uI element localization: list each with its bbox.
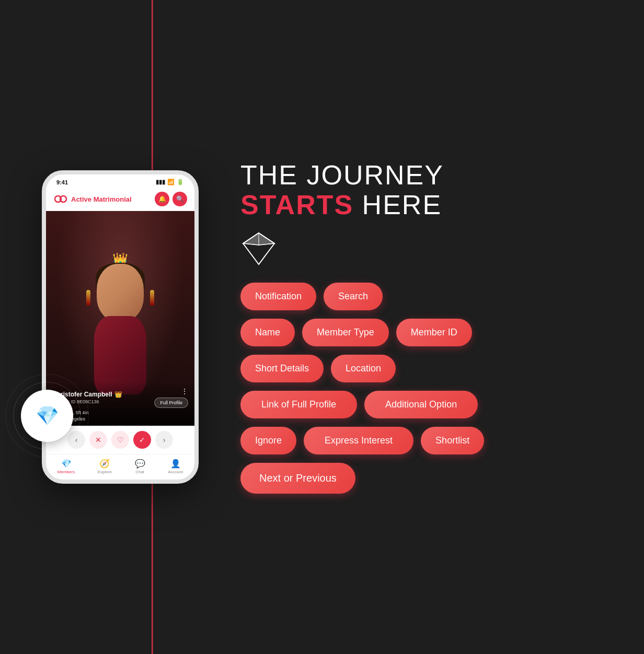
earring-left — [86, 290, 90, 306]
accept-button[interactable]: ✓ — [133, 431, 151, 449]
title-line1: THE JOURNEY — [240, 160, 602, 190]
next-button[interactable]: › — [155, 431, 173, 449]
pill-name[interactable]: Name — [240, 319, 295, 346]
nav-explore[interactable]: 🧭 Explore — [98, 459, 112, 474]
account-nav-label: Account — [168, 470, 183, 474]
person-figure: 👑 — [73, 248, 167, 394]
members-nav-label: Members — [58, 470, 75, 474]
pill-location[interactable]: Location — [331, 355, 396, 382]
chat-nav-label: Chat — [135, 470, 144, 474]
crown-badge: 👑 — [114, 391, 122, 398]
signal-icon: ▮▮▮ — [156, 179, 165, 185]
explore-nav-icon: 🧭 — [99, 459, 110, 469]
floating-circle: 💎 — [21, 390, 73, 442]
head-shape — [97, 264, 144, 321]
main-container: 💎 9:41 ▮▮▮ 📶 🔋 Active Matr — [0, 0, 644, 654]
pill-search[interactable]: Search — [324, 283, 383, 310]
diamond-float-icon: 💎 — [36, 405, 59, 427]
app-name: Active Matrimonial — [71, 195, 132, 203]
bottom-nav: 💎 Members 🧭 Explore 💬 Chat 👤 Account — [46, 454, 194, 480]
header-icons: 🔔 🔍 — [155, 192, 187, 206]
nav-chat[interactable]: 💬 Chat — [135, 459, 145, 474]
title-here: HERE — [353, 190, 442, 220]
title-line2: STARTS HERE — [240, 190, 602, 220]
time-display: 9:41 — [56, 179, 68, 185]
full-profile-button[interactable]: Full Profile — [154, 398, 188, 408]
more-options-icon[interactable]: ⋮ — [181, 387, 188, 395]
app-logo-area: Active Matrimonial — [53, 192, 132, 206]
pill-notification[interactable]: Notification — [240, 283, 316, 310]
pills-row-6: Next or Previous — [240, 463, 602, 494]
app-logo-icon — [53, 192, 68, 206]
phone-container: 💎 9:41 ▮▮▮ 📶 🔋 Active Matr — [42, 170, 199, 484]
title-starts: STARTS — [240, 190, 353, 220]
pill-additional-option[interactable]: Additional Option — [364, 391, 478, 418]
pill-member-type[interactable]: Member Type — [302, 319, 389, 346]
journey-title: THE JOURNEY STARTS HERE — [240, 160, 602, 220]
pills-row-2: Name Member Type Member ID — [240, 319, 602, 346]
app-header: Active Matrimonial 🔔 🔍 — [46, 188, 194, 211]
status-bar: 9:41 ▮▮▮ 📶 🔋 — [46, 174, 194, 188]
nav-members[interactable]: 💎 Members — [58, 459, 75, 474]
pill-express-interest[interactable]: Express Interest — [304, 427, 413, 454]
chat-nav-icon: 💬 — [135, 459, 145, 469]
nav-account[interactable]: 👤 Account — [168, 459, 183, 474]
pill-next-previous[interactable]: Next or Previous — [240, 463, 355, 494]
battery-icon: 🔋 — [177, 179, 184, 185]
members-nav-icon: 💎 — [61, 459, 72, 469]
pill-member-id[interactable]: Member ID — [396, 319, 472, 346]
like-button[interactable]: ♡ — [111, 431, 129, 449]
pill-short-details[interactable]: Short Details — [240, 355, 324, 382]
pills-row-1: Notification Search — [240, 283, 602, 310]
pill-shortlist[interactable]: Shortlist — [421, 427, 484, 454]
diamond-large-icon — [240, 230, 277, 267]
pill-link-full-profile[interactable]: Link of Full Profile — [240, 391, 357, 418]
pills-row-4: Link of Full Profile Additional Option — [240, 391, 602, 418]
pills-row-5: Ignore Express Interest Shortlist — [240, 427, 602, 454]
wifi-icon: 📶 — [167, 179, 175, 185]
journey-content: THE JOURNEY STARTS HERE Notification Sea… — [199, 160, 602, 494]
ignore-action-button[interactable]: ✕ — [89, 431, 107, 449]
pill-ignore[interactable]: Ignore — [240, 427, 296, 454]
earring-right — [150, 290, 154, 306]
status-icons: ▮▮▮ 📶 🔋 — [156, 179, 184, 185]
notification-header-btn[interactable]: 🔔 — [155, 192, 169, 206]
search-header-btn[interactable]: 🔍 — [172, 192, 187, 206]
account-nav-icon: 👤 — [170, 459, 181, 469]
pills-container: Notification Search Name Member Type Mem… — [240, 283, 602, 494]
pills-row-3: Short Details Location — [240, 355, 602, 382]
explore-nav-label: Explore — [98, 470, 112, 474]
